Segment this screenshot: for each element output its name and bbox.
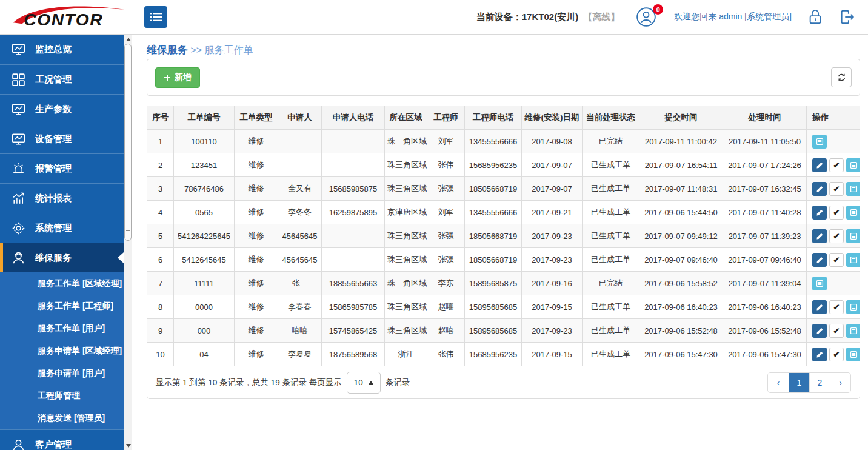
complete-button[interactable]: ✔ — [829, 300, 844, 314]
cell-engineer_phone: 15685956235 — [465, 343, 522, 366]
scroll-up-button[interactable] — [124, 35, 132, 44]
col-engineer-phone: 工程师电话 — [465, 106, 522, 130]
scroll-down-button[interactable] — [124, 441, 132, 450]
pencil-icon — [816, 209, 824, 217]
page-size-dropdown[interactable]: 10 — [347, 372, 381, 394]
col-actions: 操作 — [807, 106, 860, 130]
cell-engineer_phone: 13455556666 — [465, 201, 522, 224]
cell-order_id: 123451 — [174, 153, 235, 177]
edit-button[interactable] — [812, 348, 827, 361]
cell-engineer: 李东 — [427, 272, 465, 295]
cell-engineer_phone: 15895685685 — [465, 295, 522, 319]
cell-type: 维修 — [235, 130, 278, 153]
sidebar-item-monitor-overview[interactable]: 监控总览 — [0, 35, 124, 64]
complete-button[interactable]: ✔ — [829, 253, 844, 267]
edit-button[interactable] — [812, 300, 827, 314]
cell-submit_time: 2017-09-06 16:40:23 — [639, 295, 723, 319]
scrollbar-thumb[interactable] — [124, 44, 132, 241]
complete-button[interactable]: ✔ — [829, 229, 844, 243]
detail-button[interactable] — [846, 324, 860, 338]
detail-button[interactable] — [846, 253, 860, 267]
detail-button[interactable] — [812, 277, 827, 290]
sidebar-item-maintenance-service[interactable]: 维保服务 — [0, 243, 124, 272]
cell-actions: ✔ — [807, 248, 860, 272]
sidebar-item-label: 系统管理 — [35, 223, 72, 234]
edit-button[interactable] — [812, 253, 827, 267]
sidebar-item-label: 维保服务 — [35, 252, 72, 264]
cell-actions: ✔ — [807, 177, 860, 201]
sidebar-toggle-button[interactable] — [144, 6, 167, 28]
menu-list-icon — [150, 12, 162, 22]
subitem-message-send-admin[interactable]: 消息发送 [管理员] — [0, 407, 124, 429]
sidebar-scrollbar[interactable] — [124, 35, 132, 450]
subitem-work-order-engineer[interactable]: 服务工作单 [工程师] — [0, 295, 124, 317]
detail-button[interactable] — [846, 182, 860, 196]
complete-button[interactable]: ✔ — [829, 348, 844, 361]
cell-submit_time: 2017-09-06 15:44:50 — [639, 201, 723, 224]
subitem-service-request-user[interactable]: 服务申请单 [用户] — [0, 362, 124, 385]
cell-process_time: 2017-09-07 11:40:28 — [723, 201, 807, 224]
sidebar-item-condition-mgmt[interactable]: 工况管理 — [0, 64, 124, 94]
col-process-time: 处理时间 — [723, 106, 807, 130]
sidebar-item-system-mgmt[interactable]: 系统管理 — [0, 213, 124, 243]
col-submit-time: 提交时间 — [639, 106, 723, 130]
cell-applicant_phone — [322, 224, 385, 248]
subitem-service-request-region-manager[interactable]: 服务申请单 [区域经理] — [0, 340, 124, 362]
cell-date: 2017-09-07 — [522, 153, 583, 177]
cell-process_time: 2017-09-07 16:32:45 — [723, 177, 807, 201]
cell-region: 珠三角区域 — [385, 272, 427, 295]
check-icon: ✔ — [833, 161, 840, 169]
cell-date: 2017-09-23 — [522, 248, 583, 272]
maintenance-submenu: 服务工作单 [区域经理] 服务工作单 [工程师] 服务工作单 [用户] 服务申请… — [0, 272, 124, 429]
detail-button[interactable] — [812, 135, 827, 149]
sidebar-item-alarm-mgmt[interactable]: 报警管理 — [0, 153, 124, 183]
list-document-icon — [850, 303, 858, 311]
cell-order_id: 5412645645 — [174, 248, 235, 272]
add-button[interactable]: 新增 — [155, 67, 200, 88]
cell-region: 京津唐区域 — [385, 201, 427, 224]
complete-button[interactable]: ✔ — [829, 182, 844, 196]
list-document-icon — [850, 209, 858, 217]
cell-process_time: 2017-09-07 11:39:04 — [723, 272, 807, 295]
subitem-engineer-mgmt[interactable]: 工程师管理 — [0, 385, 124, 407]
edit-button[interactable] — [812, 182, 827, 196]
complete-button[interactable]: ✔ — [829, 158, 844, 172]
detail-button[interactable] — [846, 229, 860, 243]
sidebar-item-customer-mgmt[interactable]: 客户管理 — [0, 429, 124, 450]
list-document-icon — [850, 256, 858, 264]
lock-screen-button[interactable] — [807, 8, 823, 26]
refresh-button[interactable] — [831, 67, 852, 87]
complete-button[interactable]: ✔ — [829, 206, 844, 220]
page-button-1[interactable]: 1 — [789, 373, 809, 392]
detail-button[interactable] — [846, 158, 860, 172]
subitem-label: 服务工作单 [用户] — [38, 323, 105, 334]
edit-button[interactable] — [812, 324, 827, 338]
complete-button[interactable]: ✔ — [829, 324, 844, 338]
sidebar-item-device-mgmt[interactable]: 设备管理 — [0, 124, 124, 153]
sidebar-item-production-params[interactable]: 生产参数 — [0, 94, 124, 124]
page-button-2[interactable]: 2 — [809, 373, 830, 392]
next-page-button[interactable]: › — [830, 373, 850, 392]
detail-button[interactable] — [846, 348, 860, 361]
edit-button[interactable] — [812, 229, 827, 243]
logo-text: CONTOR — [24, 10, 103, 29]
pencil-icon — [816, 232, 824, 240]
edit-button[interactable] — [812, 206, 827, 220]
notification-badge: 0 — [653, 4, 663, 15]
pencil-icon — [816, 303, 824, 311]
edit-button[interactable] — [812, 158, 827, 172]
pencil-icon — [816, 185, 824, 193]
subitem-work-order-user[interactable]: 服务工作单 [用户] — [0, 317, 124, 340]
detail-button[interactable] — [846, 206, 860, 220]
cell-applicant: 全又有 — [278, 177, 322, 201]
logout-button[interactable] — [839, 8, 856, 26]
notification-button[interactable]: 0 — [635, 6, 658, 28]
prev-page-button[interactable]: ‹ — [768, 373, 789, 392]
detail-button[interactable] — [846, 300, 860, 314]
table-header-row: 序号 工单编号 工单类型 申请人 申请人电话 所在区域 工程师 工程师电话 维修… — [147, 106, 860, 130]
cell-process_time: 2017-09-11 11:05:50 — [723, 130, 807, 153]
alarm-icon — [11, 161, 26, 176]
subitem-work-order-region-manager[interactable]: 服务工作单 [区域经理] — [0, 272, 124, 295]
col-no: 序号 — [147, 106, 174, 130]
sidebar-item-statistics-reports[interactable]: 统计报表 — [0, 183, 124, 213]
